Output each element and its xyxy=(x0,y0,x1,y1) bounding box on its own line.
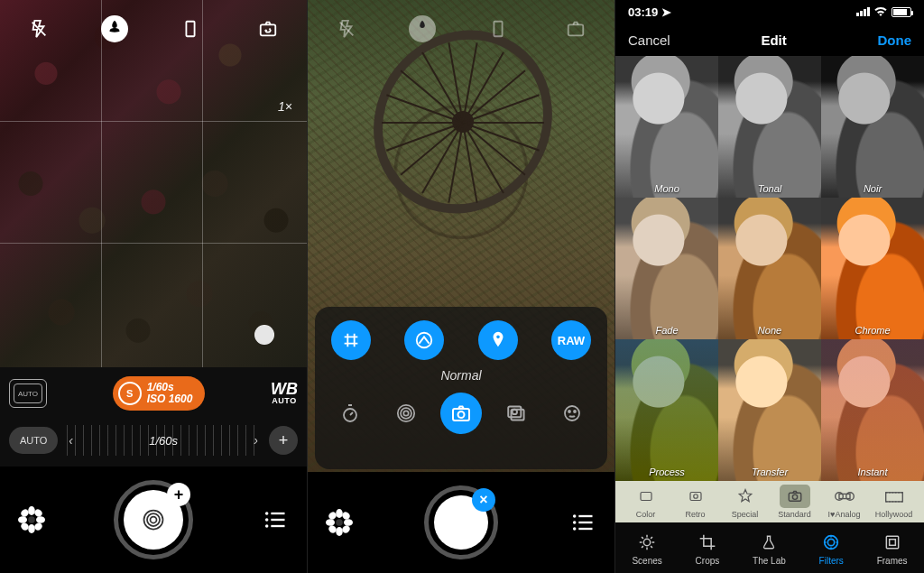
switch-camera-icon[interactable] xyxy=(560,14,591,44)
category-label: Standard xyxy=(778,510,811,519)
svg-point-12 xyxy=(151,517,157,523)
filter-noir[interactable]: Noir xyxy=(821,56,924,198)
category-color[interactable]: Color xyxy=(621,485,670,519)
category-standard[interactable]: Standard xyxy=(770,485,819,519)
category-label: Special xyxy=(732,510,759,519)
filter-label: Mono xyxy=(615,183,718,194)
svg-point-6 xyxy=(18,516,27,523)
filter-process[interactable]: Process xyxy=(615,339,718,481)
svg-rect-49 xyxy=(578,522,592,523)
category-retro[interactable]: Retro xyxy=(670,485,720,519)
svg-point-26 xyxy=(403,411,408,415)
filter-tonal[interactable]: Tonal xyxy=(718,56,821,198)
menu-icon[interactable] xyxy=(568,507,598,538)
tab-icon xyxy=(882,531,903,553)
autofocus-chip[interactable]: AUTO xyxy=(9,379,47,408)
svg-point-38 xyxy=(336,509,343,518)
filter-label: Tonal xyxy=(718,183,821,194)
done-button[interactable]: Done xyxy=(877,32,911,48)
tab-icon xyxy=(758,531,780,553)
add-preset-button[interactable]: + xyxy=(269,426,298,455)
menu-icon[interactable] xyxy=(260,504,291,535)
aspect-icon[interactable] xyxy=(175,14,206,44)
face-mode[interactable] xyxy=(551,393,593,434)
viewfinder-subject xyxy=(373,32,553,212)
shutter-mode-badge[interactable]: + xyxy=(167,483,190,506)
category-i♥analog[interactable]: I♥Analog xyxy=(819,485,869,519)
filter-label: Transfer xyxy=(718,467,821,477)
status-time: 03:19 ➤ xyxy=(628,5,671,19)
cancel-button[interactable]: Cancel xyxy=(628,32,670,48)
tab-crops[interactable]: Crops xyxy=(696,531,720,566)
burst-mode[interactable] xyxy=(496,393,538,434)
filter-mono[interactable]: Mono xyxy=(615,56,718,198)
capture-mode-row xyxy=(328,390,595,437)
svg-point-48 xyxy=(573,521,577,524)
svg-point-17 xyxy=(265,518,269,522)
svg-point-41 xyxy=(344,519,353,526)
tab-label: Crops xyxy=(696,556,720,566)
tab-icon xyxy=(636,531,658,553)
category-special[interactable]: Special xyxy=(720,485,770,519)
gallery-icon[interactable] xyxy=(16,504,47,535)
focus-point[interactable] xyxy=(254,325,274,345)
switch-camera-icon[interactable] xyxy=(253,14,283,44)
stabilize-mode[interactable] xyxy=(385,393,427,434)
filter-label: Process xyxy=(615,467,718,477)
shutter-button[interactable]: × xyxy=(424,485,498,559)
dial-right-icon: › xyxy=(254,433,258,448)
filter-categories: ColorRetroSpecialStandardI♥AnalogHollywo… xyxy=(615,481,924,522)
battery-icon xyxy=(892,7,911,17)
svg-point-13 xyxy=(147,513,160,526)
capture-mode-label: Normal xyxy=(328,368,595,383)
filter-instant[interactable]: Instant xyxy=(821,339,924,481)
photo-mode[interactable] xyxy=(440,393,482,434)
tab-label: Filters xyxy=(819,556,844,566)
raw-toggle[interactable]: RAW xyxy=(551,320,591,360)
auto-button[interactable]: AUTO xyxy=(9,427,58,454)
close-options-badge[interactable]: × xyxy=(472,488,495,512)
svg-point-36 xyxy=(574,411,576,412)
category-icon xyxy=(879,485,910,508)
tab-label: The Lab xyxy=(753,556,786,566)
svg-rect-64 xyxy=(886,536,898,548)
exposure-pill[interactable]: S 1/60s ISO 1600 xyxy=(113,376,206,411)
white-balance-chip[interactable]: WB AUTO xyxy=(271,382,298,405)
shutter-dial[interactable]: ‹ 1/60s › xyxy=(67,425,260,456)
aspect-icon[interactable] xyxy=(483,14,513,44)
viewfinder[interactable]: 1× xyxy=(0,0,307,367)
svg-rect-32 xyxy=(508,406,521,417)
filter-chrome[interactable]: Chrome xyxy=(821,198,924,339)
tab-filters[interactable]: Filters xyxy=(819,531,844,566)
exposure-panel: AUTO S 1/60s ISO 1600 WB AUTO AUTO ‹ xyxy=(0,367,307,467)
top-toolbar xyxy=(0,11,307,47)
gallery-icon[interactable] xyxy=(324,507,355,538)
svg-rect-23 xyxy=(568,24,584,35)
location-arrow-icon: ➤ xyxy=(661,5,671,19)
camera-screen-options: RAW Normal × xyxy=(308,0,615,573)
flash-icon[interactable] xyxy=(331,14,362,44)
zoom-indicator[interactable]: 1× xyxy=(278,99,292,114)
tab-the-lab[interactable]: The Lab xyxy=(753,531,786,566)
shutter-button[interactable]: + xyxy=(114,480,193,559)
category-hollywood[interactable]: Hollywood xyxy=(869,485,919,519)
tab-scenes[interactable]: Scenes xyxy=(632,531,661,566)
flash-icon[interactable] xyxy=(23,14,54,44)
svg-rect-52 xyxy=(641,493,651,501)
macro-icon[interactable] xyxy=(409,15,436,42)
filter-fade[interactable]: Fade xyxy=(615,198,718,339)
grid-toggle[interactable] xyxy=(331,320,371,360)
category-icon xyxy=(829,485,860,508)
signal-icon xyxy=(856,7,870,16)
location-toggle[interactable] xyxy=(478,320,518,360)
macro-icon[interactable] xyxy=(101,15,128,42)
filter-label: None xyxy=(718,325,821,336)
filter-transfer[interactable]: Transfer xyxy=(718,339,821,481)
timer-mode[interactable] xyxy=(329,393,371,434)
svg-rect-60 xyxy=(885,493,902,502)
svg-point-27 xyxy=(401,408,411,419)
svg-point-24 xyxy=(417,333,432,348)
tab-frames[interactable]: Frames xyxy=(877,531,908,566)
filter-none[interactable]: None xyxy=(718,198,821,339)
level-toggle[interactable] xyxy=(404,320,444,360)
